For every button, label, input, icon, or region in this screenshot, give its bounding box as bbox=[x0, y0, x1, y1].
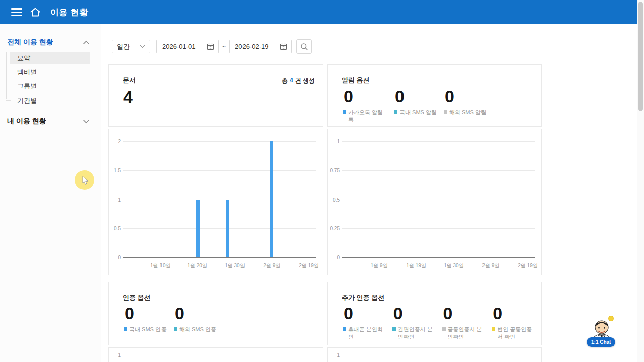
page: 이용 현황 전체 이용 현황 요약 멤버별 그룹별 기간별 내 이용 현황 bbox=[0, 0, 644, 362]
sidebar-item-by-period[interactable]: 기간별 bbox=[10, 95, 90, 106]
sidebar-section-my-usage[interactable]: 내 이용 현황 bbox=[0, 115, 101, 127]
calendar-icon[interactable] bbox=[207, 43, 214, 50]
x-axis-baseline bbox=[123, 257, 316, 258]
gridline bbox=[123, 141, 316, 142]
sidebar-item-by-group[interactable]: 그룹별 bbox=[10, 80, 90, 92]
legend-marker-icon bbox=[492, 327, 495, 331]
calendar-icon[interactable] bbox=[280, 43, 287, 50]
legend-marker-icon bbox=[124, 327, 127, 331]
y-axis-label: 1.5 bbox=[109, 168, 121, 173]
main-content: 일간 2026-01-01 ~ 2026-02-19 bbox=[101, 24, 637, 362]
x-axis-label: 2월 9일 bbox=[263, 262, 280, 269]
filter-bar: 일간 2026-01-01 ~ 2026-02-19 bbox=[112, 39, 312, 54]
sidebar-item-summary[interactable]: 요약 bbox=[10, 52, 90, 64]
chat-widget[interactable]: 1:1 Chat bbox=[586, 315, 618, 347]
stat-legend: 국내 SMS 인증 bbox=[124, 326, 167, 333]
sidebar-section-label: 전체 이용 현황 bbox=[7, 38, 53, 47]
scrollbar-thumb[interactable] bbox=[638, 2, 643, 111]
x-axis-baseline bbox=[342, 257, 535, 258]
legend-marker-icon bbox=[442, 327, 446, 331]
sidebar-tree: 요약 멤버별 그룹별 기간별 bbox=[0, 52, 101, 106]
stat-item: 0카카오톡 알림톡 bbox=[343, 87, 387, 124]
stat-item: 0해외 SMS 알림 bbox=[444, 87, 487, 124]
x-axis-label: 2월 19일 bbox=[518, 262, 537, 269]
stat-item: 0공동인증서 본인확인 bbox=[442, 304, 485, 341]
legend-label: 간편인증서 본인확인 bbox=[398, 326, 435, 341]
hamburger-menu-button[interactable] bbox=[11, 8, 22, 16]
legend-marker-icon bbox=[343, 327, 346, 331]
x-axis-label: 1월 30일 bbox=[225, 262, 245, 269]
stat-value: 0 bbox=[175, 304, 216, 323]
stat-value: 0 bbox=[344, 304, 385, 323]
stat-legend: 해외 SMS 알림 bbox=[444, 109, 487, 116]
x-axis-label: 2월 19일 bbox=[299, 262, 318, 269]
card-documents-chart: 00.511.521월 10일1월 20일1월 30일2월 9일2월 19일 bbox=[108, 129, 323, 275]
stat-item: 0휴대폰 본인확인 bbox=[343, 304, 385, 341]
documents-total-text: 총4건 생성 bbox=[282, 77, 315, 85]
date-from-input[interactable]: 2026-01-01 bbox=[156, 40, 219, 53]
date-to-input[interactable]: 2026-02-19 bbox=[229, 40, 292, 53]
y-axis-label: 1 bbox=[328, 139, 340, 144]
x-axis-label: 1월 10일 bbox=[150, 262, 170, 269]
stat-item: 0해외 SMS 인증 bbox=[174, 304, 216, 333]
x-axis-label: 1월 20일 bbox=[187, 262, 207, 269]
y-axis-label: 0.5 bbox=[328, 197, 340, 203]
sidebar-section-label: 내 이용 현황 bbox=[7, 117, 46, 126]
chat-label[interactable]: 1:1 Chat bbox=[587, 337, 615, 347]
sidebar-section-total-usage[interactable]: 전체 이용 현황 bbox=[0, 36, 101, 48]
stat-legend: 공동인증서 본인확인 bbox=[442, 326, 485, 341]
scrollbar[interactable] bbox=[637, 0, 644, 362]
chevron-up-icon bbox=[83, 40, 90, 45]
y-axis-label: 2 bbox=[109, 139, 121, 144]
gridline bbox=[342, 170, 535, 171]
documents-total-count: 4 bbox=[290, 77, 293, 85]
stat-value: 0 bbox=[443, 304, 485, 323]
y-axis-label: 0.75 bbox=[328, 168, 340, 173]
gridline bbox=[342, 355, 535, 355]
sidebar-item-label: 멤버별 bbox=[17, 68, 37, 76]
y-axis-label: 0 bbox=[109, 255, 121, 260]
legend-marker-icon bbox=[394, 110, 397, 114]
y-axis-label: 1 bbox=[109, 197, 121, 203]
page-title: 이용 현황 bbox=[50, 7, 88, 18]
tree-connector-line bbox=[6, 52, 7, 99]
legend-label: 국내 SMS 알림 bbox=[399, 109, 437, 116]
stat-item: 0법인 공동인증서 확인 bbox=[492, 304, 534, 341]
sidebar-item-label: 그룹별 bbox=[17, 82, 37, 90]
y-axis-label: 0.5 bbox=[109, 226, 121, 231]
x-axis-label: 1월 30일 bbox=[444, 262, 463, 269]
y-axis-label: 1 bbox=[109, 352, 121, 358]
hamburger-icon bbox=[11, 8, 22, 10]
home-button[interactable] bbox=[29, 6, 41, 18]
card-auth-options-chart: 1 bbox=[108, 347, 323, 362]
app-header: 이용 현황 bbox=[0, 0, 637, 24]
stat-legend: 법인 공동인증서 확인 bbox=[492, 326, 534, 341]
card-alarm-options-chart: 00.250.50.7511월 9일1월 19일1월 30일2월 9일2월 19… bbox=[327, 129, 542, 275]
stat-value: 0 bbox=[493, 304, 534, 323]
stat-value: 0 bbox=[395, 87, 437, 106]
card-alarm-options-stat: 알림 옵션 0카카오톡 알림톡0국내 SMS 알림0해외 SMS 알림 bbox=[327, 64, 542, 127]
click-highlight bbox=[75, 170, 94, 190]
card-extra-auth-options-chart: 1 bbox=[327, 347, 542, 362]
legend-label: 법인 공동인증서 확인 bbox=[497, 326, 534, 341]
legend-marker-icon bbox=[343, 110, 346, 114]
date-range-separator: ~ bbox=[222, 43, 226, 50]
sidebar-item-label: 요약 bbox=[17, 54, 30, 62]
gridline bbox=[342, 141, 535, 142]
chevron-down-icon bbox=[83, 119, 90, 124]
home-icon bbox=[29, 6, 41, 18]
sidebar-item-by-member[interactable]: 멤버별 bbox=[10, 66, 90, 78]
legend-marker-icon bbox=[444, 110, 447, 114]
stat-item: 0간편인증서 본인확인 bbox=[392, 304, 435, 341]
stat-value: 0 bbox=[445, 87, 487, 106]
gridline bbox=[123, 228, 316, 229]
card-auth-options-stat: 인증 옵션 0국내 SMS 인증0해외 SMS 인증 bbox=[108, 282, 323, 345]
search-icon bbox=[300, 43, 308, 51]
gridline bbox=[123, 355, 316, 355]
search-button[interactable] bbox=[296, 39, 312, 54]
period-select[interactable]: 일간 bbox=[112, 40, 150, 53]
legend-label: 국내 SMS 인증 bbox=[129, 326, 167, 333]
period-select-value: 일간 bbox=[117, 42, 130, 51]
stat-legend: 휴대폰 본인확인 bbox=[343, 326, 385, 341]
bar bbox=[196, 200, 200, 258]
